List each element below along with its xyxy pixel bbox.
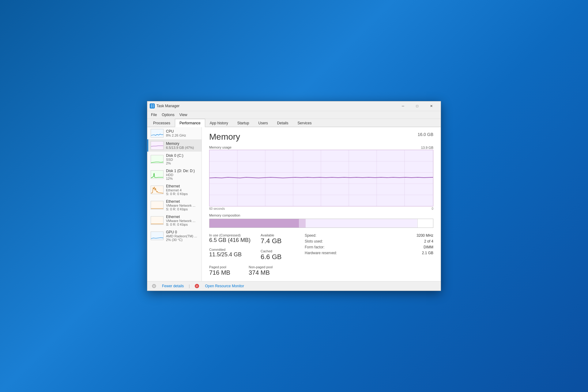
tab-services[interactable]: Services xyxy=(293,119,316,127)
stat-available: Available 7.4 GB xyxy=(261,233,297,245)
chart-footer: 60 seconds 0 xyxy=(209,207,433,210)
open-resource-monitor-link[interactable]: Open Resource Monitor xyxy=(205,284,244,288)
close-button[interactable]: ✕ xyxy=(424,101,438,111)
form-label: Form factor: xyxy=(305,245,325,249)
detail-title: Memory xyxy=(209,132,240,142)
eth3-thumbnail xyxy=(151,216,164,225)
title-bar: Task Manager ─ □ ✕ xyxy=(147,101,441,111)
committed-label: Committed xyxy=(209,248,258,251)
svg-rect-3 xyxy=(153,106,154,107)
disk0-info: Disk 0 (C:) SSD 2% xyxy=(166,153,183,165)
comp-standby xyxy=(306,219,417,228)
nonpaged-value: 374 MB xyxy=(249,269,273,276)
eth2-speed: S: 0 R: 0 Kbps xyxy=(166,207,195,211)
eth3-speed: S: 0 R: 0 Kbps xyxy=(166,223,195,226)
slots-label: Slots used: xyxy=(305,239,323,243)
sidebar-item-eth2[interactable]: Ethernet VMware Network ... S: 0 R: 0 Kb… xyxy=(147,198,202,213)
in-use-label: In use (Compressed) xyxy=(209,233,258,237)
svg-rect-1 xyxy=(153,104,154,106)
sidebar-item-eth3[interactable]: Ethernet VMware Network ... S: 0 R: 0 Kb… xyxy=(147,213,202,228)
window-controls: ─ □ ✕ xyxy=(396,101,438,111)
eth3-info: Ethernet VMware Network ... S: 0 R: 0 Kb… xyxy=(166,215,195,226)
svg-rect-2 xyxy=(151,106,152,107)
stats-mid: Available 7.4 GB Cached 6.6 GB xyxy=(261,233,297,261)
speed-value: 3200 MHz xyxy=(417,233,433,238)
tab-users[interactable]: Users xyxy=(254,119,272,127)
tab-performance[interactable]: Performance xyxy=(175,119,205,127)
comp-in-use xyxy=(209,219,299,228)
sidebar-item-gpu[interactable]: GPU 0 AMD Radeon(TM) ... 2% (30 °C) xyxy=(147,228,202,243)
memory-usage: 6.5/13.9 GB (47%) xyxy=(166,146,194,149)
fewer-details-link[interactable]: Fewer details xyxy=(162,284,184,288)
chart-zero: 0 xyxy=(432,207,433,210)
menu-bar: File Options View xyxy=(147,111,441,119)
cpu-thumbnail xyxy=(151,129,164,138)
cached-label: Cached xyxy=(261,249,297,253)
maximize-button[interactable]: □ xyxy=(410,101,424,111)
nonpaged-label: Non-paged pool xyxy=(249,265,273,269)
cached-value: 6.6 GB xyxy=(261,253,297,261)
eth1-name: Ethernet 4 xyxy=(166,188,188,192)
chart-max: 13.9 GB xyxy=(421,146,433,149)
chart-svg xyxy=(209,150,433,206)
detail-header: Memory 16.0 GB xyxy=(209,132,433,142)
cpu-label: CPU xyxy=(166,129,186,134)
stat-nonpaged: Non-paged pool 374 MB xyxy=(249,265,273,276)
memory-label: Memory xyxy=(166,141,194,146)
sidebar-item-disk1[interactable]: Disk 1 (D: De: D:) HDD 12% xyxy=(147,167,202,182)
gpu-name: AMD Radeon(TM) ... xyxy=(166,234,197,238)
sidebar-item-eth1[interactable]: Ethernet Ethernet 4 S: 0 R: 0 Kbps xyxy=(147,182,202,198)
disk0-label: Disk 0 (C:) xyxy=(166,153,183,158)
chart-label: Memory usage xyxy=(209,145,232,149)
eth2-info: Ethernet VMware Network ... S: 0 R: 0 Kb… xyxy=(166,199,195,211)
cpu-info: CPU 8% 2.26 GHz xyxy=(166,129,186,137)
main-content: CPU 8% 2.26 GHz Memory 6.5/13.9 GB (47%) xyxy=(147,127,441,281)
menu-file[interactable]: File xyxy=(149,112,159,118)
sidebar-item-cpu[interactable]: CPU 8% 2.26 GHz xyxy=(147,127,202,139)
pool-section: Paged pool 716 MB Non-paged pool 374 MB xyxy=(209,265,433,276)
eth1-info: Ethernet Ethernet 4 S: 0 R: 0 Kbps xyxy=(166,184,188,196)
detail-size: 16.0 GB xyxy=(418,132,433,137)
eth1-thumbnail xyxy=(151,186,164,194)
chevron-up-icon: ∧ xyxy=(152,284,156,288)
detail-panel: Memory 16.0 GB Memory usage 13.9 GB xyxy=(202,127,441,281)
disk1-thumbnail xyxy=(151,170,164,179)
in-use-value: 6.5 GB (416 MB) xyxy=(209,237,258,244)
menu-options[interactable]: Options xyxy=(159,112,177,118)
disk1-info: Disk 1 (D: De: D:) HDD 12% xyxy=(166,169,195,180)
menu-view[interactable]: View xyxy=(177,112,190,118)
stat-slots-row: Slots used: 2 of 4 xyxy=(305,239,433,243)
eth2-name: VMware Network ... xyxy=(166,204,195,207)
app-icon xyxy=(150,104,155,108)
window-title: Task Manager xyxy=(156,104,396,108)
tab-details[interactable]: Details xyxy=(273,119,293,127)
chart-time-label: 60 seconds xyxy=(209,207,225,210)
composition-section: Memory composition xyxy=(209,213,433,228)
sidebar-item-memory[interactable]: Memory 6.5/13.9 GB (47%) xyxy=(147,139,202,152)
gpu-info: GPU 0 AMD Radeon(TM) ... 2% (30 °C) xyxy=(166,230,197,242)
eth1-speed: S: 0 R: 0 Kbps xyxy=(166,192,188,196)
disk0-thumbnail xyxy=(151,155,164,164)
resource-monitor-icon: ⊘ xyxy=(195,284,199,288)
committed-value: 11.5/25.4 GB xyxy=(209,251,258,258)
stat-reserved-row: Hardware reserved: 2.1 GB xyxy=(305,251,433,255)
tab-processes[interactable]: Processes xyxy=(149,119,175,127)
speed-label: Speed: xyxy=(305,233,316,238)
reserved-label: Hardware reserved: xyxy=(305,251,337,255)
cpu-usage: 8% 2.26 GHz xyxy=(166,134,186,137)
sidebar-item-disk0[interactable]: Disk 0 (C:) SSD 2% xyxy=(147,152,202,167)
tab-startup[interactable]: Startup xyxy=(233,119,254,127)
minimize-button[interactable]: ─ xyxy=(396,101,410,111)
footer-divider: | xyxy=(189,284,190,288)
available-value: 7.4 GB xyxy=(261,237,297,245)
svg-rect-0 xyxy=(151,104,152,106)
gpu-usage: 2% (30 °C) xyxy=(166,238,197,242)
tab-app-history[interactable]: App history xyxy=(205,119,233,127)
stats-section: In use (Compressed) 6.5 GB (416 MB) Comm… xyxy=(209,233,433,261)
stat-paged: Paged pool 716 MB xyxy=(209,265,230,276)
disk1-type: HDD xyxy=(166,173,195,177)
sidebar: CPU 8% 2.26 GHz Memory 6.5/13.9 GB (47%) xyxy=(147,127,202,281)
disk1-label: Disk 1 (D: De: D:) xyxy=(166,169,195,173)
composition-bar xyxy=(209,219,433,228)
reserved-value: 2.1 GB xyxy=(422,251,433,255)
